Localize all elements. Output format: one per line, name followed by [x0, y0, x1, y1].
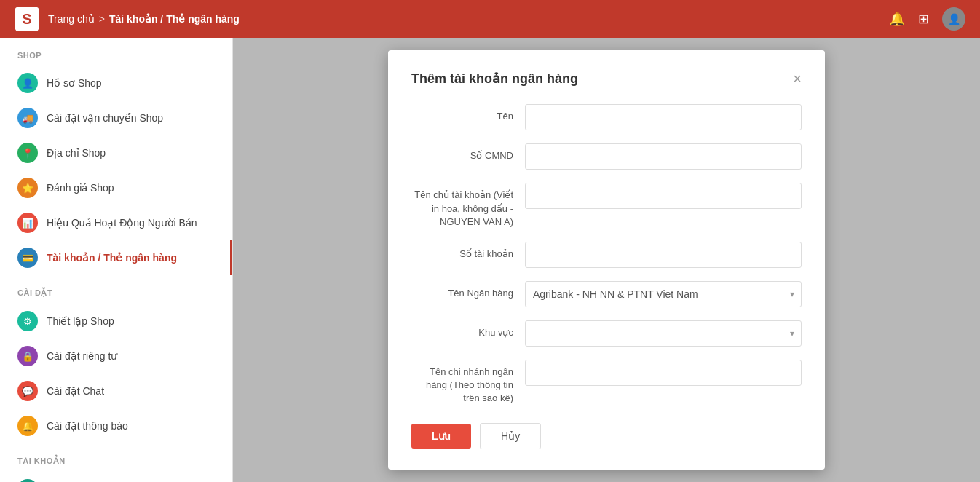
- so-tai-khoan-label: Số tài khoản: [411, 242, 513, 261]
- ten-label: Tên: [411, 104, 513, 123]
- ten-input[interactable]: [525, 104, 802, 130]
- sidebar-item-label: Hiệu Quả Hoạt Động Người Bán: [47, 217, 197, 229]
- breadcrumb-separator: >: [99, 13, 105, 25]
- form-row-ten-chi-nhanh: Tên chi nhánh ngân hàng (Theo thông tin …: [411, 360, 802, 406]
- sidebar: SHOP 👤 Hồ sơ Shop 🚚 Cài đặt vận chuyển S…: [0, 38, 233, 482]
- form-row-ten-chu-tai-khoan: Tên chủ tài khoản (Viết in hoa, không dấ…: [411, 183, 802, 229]
- khu-vuc-label: Khu vực: [411, 320, 513, 339]
- so-cmnd-input[interactable]: [525, 143, 802, 170]
- khu-vuc-select[interactable]: [525, 320, 802, 347]
- sidebar-item-label: Địa chỉ Shop: [47, 147, 106, 159]
- sidebar-item-danh-gia-shop[interactable]: ⭐ Đánh giá Shop: [0, 170, 232, 205]
- modal-footer: Lưu Hủy: [411, 423, 802, 449]
- section-shop-label: SHOP: [0, 38, 232, 66]
- modal-header: Thêm tài khoản ngân hàng ×: [411, 71, 802, 87]
- sidebar-item-label: Cài đặt thông báo: [47, 420, 128, 432]
- sidebar-item-thiet-lap-shop[interactable]: ⚙ Thiết lập Shop: [0, 304, 232, 339]
- sidebar-item-tai-khoan[interactable]: 👤 Tài khoản: [0, 472, 232, 482]
- sidebar-item-label: Cài đặt Chat: [47, 385, 104, 397]
- logo-symbol: S: [22, 11, 31, 28]
- modal-overlay: Thêm tài khoản ngân hàng × Tên Số CMND T…: [233, 38, 980, 482]
- sidebar-item-dia-chi-shop[interactable]: 📍 Địa chỉ Shop: [0, 135, 232, 170]
- grid-icon[interactable]: ⊞: [918, 11, 929, 27]
- ten-ngan-hang-select[interactable]: Agribank - NH NN & PTNT Viet Nam Vietcom…: [525, 281, 802, 307]
- ho-so-shop-icon: 👤: [17, 73, 38, 93]
- form-row-so-cmnd: Số CMND: [411, 143, 802, 170]
- avatar[interactable]: 👤: [942, 7, 965, 31]
- sidebar-item-label: Tài khoản / Thẻ ngân hàng: [47, 252, 177, 264]
- sidebar-item-cai-dat-chat[interactable]: 💬 Cài đặt Chat: [0, 374, 232, 408]
- sidebar-item-cai-dat-thong-bao[interactable]: 🔔 Cài đặt thông báo: [0, 408, 232, 443]
- danh-gia-shop-icon: ⭐: [17, 178, 38, 198]
- sidebar-item-label: Hồ sơ Shop: [47, 77, 102, 89]
- cai-dat-thong-bao-icon: 🔔: [17, 416, 38, 436]
- cai-dat-chat-icon: 💬: [17, 381, 38, 401]
- section-caidat-label: CÀI ĐẶT: [0, 275, 232, 304]
- cai-dat-van-chuyen-icon: 🚚: [17, 108, 38, 128]
- sidebar-item-label: Cài đặt riêng tư: [47, 350, 117, 362]
- tai-khoan-the-icon: 💳: [17, 248, 38, 268]
- ten-ngan-hang-select-wrap: Agribank - NH NN & PTNT Viet Nam Vietcom…: [525, 281, 802, 307]
- sidebar-item-label: Thiết lập Shop: [47, 315, 114, 327]
- thiet-lap-icon: ⚙: [17, 311, 38, 331]
- sidebar-item-label: Đánh giá Shop: [47, 182, 114, 194]
- modal-title: Thêm tài khoản ngân hàng: [411, 71, 578, 87]
- form-row-so-tai-khoan: Số tài khoản: [411, 242, 802, 268]
- ten-ngan-hang-label: Tên Ngân hàng: [411, 281, 513, 300]
- ten-chu-tai-khoan-input[interactable]: [525, 183, 802, 209]
- dia-chi-shop-icon: 📍: [17, 143, 38, 163]
- notification-icon[interactable]: 🔔: [889, 11, 905, 27]
- header-right: 🔔 ⊞ 👤: [889, 7, 965, 31]
- modal-close-button[interactable]: ×: [793, 71, 802, 86]
- so-cmnd-label: Số CMND: [411, 143, 513, 162]
- sidebar-item-tai-khoan-the[interactable]: 💳 Tài khoản / Thẻ ngân hàng: [0, 240, 232, 275]
- cancel-button[interactable]: Hủy: [480, 423, 541, 449]
- so-tai-khoan-input[interactable]: [525, 242, 802, 268]
- sidebar-item-label: Cài đặt vận chuyển Shop: [47, 112, 163, 124]
- sidebar-item-cai-dat-van-chuyen[interactable]: 🚚 Cài đặt vận chuyển Shop: [0, 100, 232, 135]
- breadcrumb: Trang chủ > Tài khoản / Thẻ ngân hàng: [48, 13, 240, 25]
- ten-chi-nhanh-label: Tên chi nhánh ngân hàng (Theo thông tin …: [411, 360, 513, 406]
- khu-vuc-select-wrap: ▾: [525, 320, 802, 347]
- sidebar-item-cai-dat-rieng-tu[interactable]: 🔒 Cài đặt riêng tư: [0, 339, 232, 374]
- add-bank-account-modal: Thêm tài khoản ngân hàng × Tên Số CMND T…: [388, 50, 825, 469]
- main-content: Thêm tài khoản ngân hàng × Tên Số CMND T…: [233, 38, 980, 482]
- sidebar-item-ho-so-shop[interactable]: 👤 Hồ sơ Shop: [0, 66, 232, 100]
- sidebar-item-hieu-qua-hoat-dong[interactable]: 📊 Hiệu Quả Hoạt Động Người Bán: [0, 205, 232, 240]
- ten-chu-tai-khoan-label: Tên chủ tài khoản (Viết in hoa, không dấ…: [411, 183, 513, 229]
- header: S Trang chủ > Tài khoản / Thẻ ngân hàng …: [0, 0, 980, 38]
- tai-khoan-icon: 👤: [17, 479, 38, 482]
- section-taikhoan-label: TÀI KHOẢN: [0, 443, 232, 472]
- save-button[interactable]: Lưu: [411, 424, 471, 449]
- form-row-ten-ngan-hang: Tên Ngân hàng Agribank - NH NN & PTNT Vi…: [411, 281, 802, 307]
- logo: S: [15, 7, 39, 31]
- breadcrumb-current: Tài khoản / Thẻ ngân hàng: [109, 13, 240, 25]
- cai-dat-rieng-tu-icon: 🔒: [17, 346, 38, 366]
- hieu-qua-icon: 📊: [17, 213, 38, 233]
- form-row-khu-vuc: Khu vực ▾: [411, 320, 802, 347]
- ten-chi-nhanh-input[interactable]: [525, 360, 802, 386]
- form-row-ten: Tên: [411, 104, 802, 130]
- breadcrumb-home[interactable]: Trang chủ: [48, 13, 95, 25]
